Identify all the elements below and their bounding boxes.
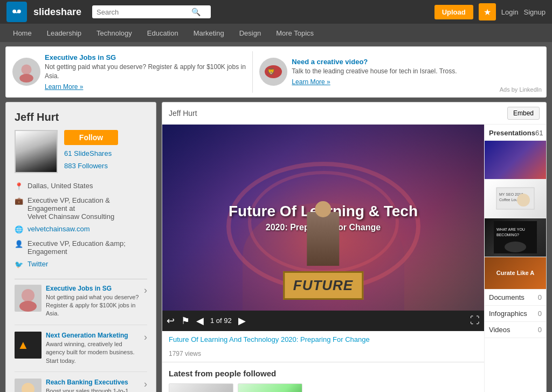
- reply-button[interactable]: ↩: [167, 315, 175, 327]
- latest-item-2[interactable]: [238, 383, 302, 392]
- sidebar-ad-3-thumb: [15, 379, 42, 392]
- flag-button[interactable]: ⚑: [181, 315, 190, 327]
- presentation-thumb-3[interactable]: WHAT ARE YOU BECOMING?: [485, 218, 546, 257]
- sidebar-ad-3-arrow[interactable]: ›: [144, 379, 147, 390]
- nav-item-more-topics[interactable]: More Topics: [270, 25, 320, 42]
- embed-button[interactable]: Embed: [507, 107, 540, 120]
- slide-player: Future Of Learning & Tech 2020: Preparin…: [162, 125, 484, 392]
- logo[interactable]: [6, 2, 27, 22]
- header: slideshare 🔍 Upload ★ Login Signup: [0, 0, 552, 24]
- sidebar: Jeff Hurt Follow 61 SlideShares 883 Foll…: [5, 102, 156, 392]
- sidebar-ads: Executive Jobs in SG Not getting paid wh…: [15, 279, 147, 392]
- fullscreen-button[interactable]: ⛶: [470, 315, 480, 326]
- star-button[interactable]: ★: [479, 3, 496, 20]
- sidebar-ad-1-arrow[interactable]: ›: [144, 285, 147, 296]
- svg-point-8: [19, 301, 37, 312]
- sidebar-ad-3-desc: Boost your sales through 1-to-1 meetings…: [46, 387, 140, 392]
- infographics-section[interactable]: Infographics 0: [485, 306, 546, 322]
- brand-name: slideshare: [33, 6, 81, 18]
- presentations-label: Presentations: [489, 129, 535, 137]
- latest-grid: [169, 383, 478, 392]
- main: Jeff Hurt Follow 61 SlideShares 883 Foll…: [0, 102, 552, 392]
- nav-item-leadership[interactable]: Leadership: [40, 25, 88, 42]
- sidebar-ad-3-title[interactable]: Reach Banking Executives: [46, 379, 140, 386]
- presentation-thumb-2[interactable]: MY SEO 2016 Coffee Lounge: [485, 180, 546, 218]
- nav-item-design[interactable]: Design: [233, 25, 267, 42]
- curate-banner[interactable]: Curate Like A: [485, 257, 546, 290]
- signup-link[interactable]: Signup: [524, 8, 546, 16]
- header-right: Upload ★ Login Signup: [434, 3, 546, 20]
- ad-2-title[interactable]: Need a creative video?: [292, 58, 493, 66]
- svg-point-20: [505, 242, 526, 252]
- sidebar-ad-2-desc: Award winning, creatively led agency bui…: [46, 340, 140, 365]
- ad-1-thumbnail: [12, 58, 40, 86]
- next-slide-button[interactable]: ▶: [238, 315, 246, 327]
- sidebar-ad-2-thumb: ▲: [15, 332, 42, 359]
- role-icon: 👤: [15, 240, 24, 250]
- globe-icon: 🌐: [15, 225, 24, 235]
- latest-title: Latest from people followed: [169, 369, 478, 378]
- slide-counter: 1 of 92: [210, 317, 232, 325]
- follow-section: Follow 61 SlideShares 883 Followers: [64, 130, 118, 170]
- ad-attribution: Ads by LinkedIn: [500, 86, 542, 93]
- search-box: 🔍: [92, 5, 211, 18]
- profile-website-row: 🌐 velvetchainsaw.com: [15, 225, 147, 235]
- svg-rect-0: [11, 6, 23, 18]
- documents-label: Documents: [489, 293, 525, 301]
- prev-slide-button[interactable]: ◀: [196, 315, 204, 327]
- search-input[interactable]: [96, 8, 188, 16]
- upload-button[interactable]: Upload: [434, 5, 473, 19]
- sidebar-ad-1-thumb: [15, 285, 42, 312]
- sidebar-ad-1-content: Executive Jobs in SG Not getting paid wh…: [46, 285, 140, 318]
- documents-count: 0: [538, 293, 542, 301]
- ad-2-desc: Talk to the leading creative house for t…: [292, 67, 493, 76]
- svg-point-11: [22, 383, 34, 392]
- avatar: [15, 130, 58, 173]
- sidebar-ad-2-arrow[interactable]: ›: [144, 332, 147, 343]
- sidebar-ad-1-title[interactable]: Executive Jobs in SG: [46, 285, 140, 292]
- sidebar-ad-1: Executive Jobs in SG Not getting paid wh…: [15, 285, 147, 325]
- profile-website[interactable]: velvetchainsaw.com: [27, 225, 90, 233]
- svg-text:🦁: 🦁: [267, 67, 275, 76]
- latest-item-1[interactable]: [169, 383, 233, 392]
- follow-button[interactable]: Follow: [64, 130, 118, 145]
- videos-label: Videos: [489, 326, 510, 334]
- followers-link[interactable]: 883 Followers: [64, 162, 118, 170]
- nav-item-technology[interactable]: Technology: [90, 25, 139, 42]
- slide-image[interactable]: Future Of Learning & Tech 2020: Preparin…: [162, 125, 484, 311]
- slide-person: FUTURE: [283, 212, 363, 300]
- nav-item-home[interactable]: Home: [6, 25, 38, 42]
- videos-section[interactable]: Videos 0: [485, 322, 546, 338]
- nav-item-marketing[interactable]: Marketing: [187, 25, 231, 42]
- profile-job-row: 💼 Executive VP, Education & Engagement a…: [15, 196, 147, 221]
- avatar-image: [16, 131, 57, 172]
- profile-card: Follow 61 SlideShares 883 Followers: [15, 130, 147, 173]
- profile-twitter-row: 🐦 Twitter: [15, 260, 147, 270]
- curate-label: Curate Like A: [496, 270, 535, 276]
- presentation-thumb-1[interactable]: [485, 141, 546, 180]
- profile-location: Dallas, United States: [27, 182, 147, 190]
- ad-1-learn-more[interactable]: Learn More »: [45, 83, 246, 91]
- ad-1-text: Executive Jobs in SG Not getting paid wh…: [45, 53, 246, 91]
- ad-1-desc: Not getting paid what you deserve? Regis…: [45, 63, 246, 81]
- ad-2-learn-more[interactable]: Learn More »: [292, 78, 493, 86]
- slide-link[interactable]: Future Of Learning And Technology 2020: …: [162, 331, 484, 348]
- login-link[interactable]: Login: [501, 8, 519, 16]
- profile-location-row: 📍 Dallas, United States: [15, 182, 147, 192]
- content-header: Jeff Hurt Embed: [162, 102, 546, 125]
- documents-section[interactable]: Documents 0: [485, 290, 546, 306]
- nav: Home Leadership Technology Education Mar…: [0, 24, 552, 42]
- nav-item-education[interactable]: Education: [141, 25, 185, 42]
- infographics-count: 0: [538, 310, 542, 318]
- sidebar-ad-2-title[interactable]: Next Generation Marketing: [46, 332, 140, 339]
- profile-twitter[interactable]: Twitter: [27, 260, 48, 268]
- slideshare-logo-icon: [10, 5, 24, 19]
- search-icon: 🔍: [191, 8, 201, 16]
- ad-1-title[interactable]: Executive Jobs in SG: [45, 53, 246, 61]
- right-panel: Presentations 61 MY SEO 2016 Coffee Loun…: [484, 125, 546, 392]
- twitter-icon: 🐦: [15, 260, 24, 270]
- svg-point-3: [21, 65, 31, 75]
- slideshares-link[interactable]: 61 SlideShares: [64, 149, 118, 157]
- slide-controls: ↩ ⚑ ◀ 1 of 92 ▶ ⛶: [162, 311, 484, 331]
- ad-item-2: 🦁 Need a creative video? Talk to the lea…: [252, 51, 495, 93]
